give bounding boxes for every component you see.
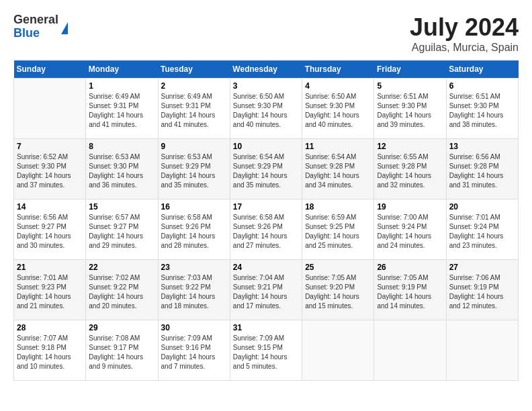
table-row — [374, 320, 446, 381]
col-header-friday: Friday — [374, 60, 446, 79]
day-number: 24 — [233, 263, 299, 272]
table-row: 16Sunrise: 6:58 AMSunset: 9:26 PMDayligh… — [158, 199, 230, 260]
calendar-table: SundayMondayTuesdayWednesdayThursdayFrid… — [13, 60, 519, 381]
day-info: Sunrise: 6:54 AMSunset: 9:29 PMDaylight:… — [233, 152, 299, 190]
col-header-monday: Monday — [86, 60, 158, 79]
day-number: 23 — [161, 263, 227, 272]
day-info: Sunrise: 7:00 AMSunset: 9:24 PMDaylight:… — [377, 213, 443, 250]
col-header-saturday: Saturday — [446, 60, 518, 79]
table-row: 10Sunrise: 6:54 AMSunset: 9:29 PMDayligh… — [230, 139, 302, 199]
table-row: 30Sunrise: 7:09 AMSunset: 9:16 PMDayligh… — [158, 320, 230, 381]
day-number: 3 — [233, 81, 299, 91]
day-number: 21 — [17, 263, 83, 272]
day-info: Sunrise: 6:49 AMSunset: 9:31 PMDaylight:… — [161, 92, 227, 130]
day-headers-row: SundayMondayTuesdayWednesdayThursdayFrid… — [14, 60, 519, 79]
logo-general: General — [13, 13, 58, 27]
table-row: 31Sunrise: 7:09 AMSunset: 9:15 PMDayligh… — [230, 320, 302, 381]
day-number: 9 — [161, 142, 227, 151]
day-number: 20 — [449, 202, 515, 212]
col-header-wednesday: Wednesday — [230, 60, 302, 79]
table-row: 24Sunrise: 7:04 AMSunset: 9:21 PMDayligh… — [230, 260, 302, 320]
table-row — [14, 79, 86, 139]
day-number: 18 — [305, 202, 371, 212]
day-number: 25 — [305, 263, 371, 272]
table-row: 15Sunrise: 6:57 AMSunset: 9:27 PMDayligh… — [86, 199, 158, 260]
day-number: 13 — [449, 142, 515, 151]
day-number: 11 — [305, 142, 371, 151]
day-number: 26 — [377, 263, 443, 272]
table-row: 26Sunrise: 7:05 AMSunset: 9:19 PMDayligh… — [374, 260, 446, 320]
day-info: Sunrise: 6:53 AMSunset: 9:30 PMDaylight:… — [89, 152, 154, 190]
day-info: Sunrise: 7:05 AMSunset: 9:19 PMDaylight:… — [377, 273, 443, 311]
day-number: 29 — [89, 323, 154, 332]
day-info: Sunrise: 7:06 AMSunset: 9:19 PMDaylight:… — [449, 273, 515, 311]
table-row — [302, 320, 374, 381]
day-number: 12 — [377, 142, 443, 151]
logo-text: General Blue — [13, 13, 58, 40]
day-number: 31 — [233, 323, 299, 332]
table-row: 4Sunrise: 6:50 AMSunset: 9:30 PMDaylight… — [302, 79, 374, 139]
day-number: 4 — [305, 81, 371, 91]
table-row — [446, 320, 518, 381]
table-row: 7Sunrise: 6:52 AMSunset: 9:30 PMDaylight… — [14, 139, 86, 199]
day-info: Sunrise: 6:53 AMSunset: 9:29 PMDaylight:… — [161, 152, 227, 190]
day-info: Sunrise: 7:08 AMSunset: 9:17 PMDaylight:… — [89, 334, 154, 371]
day-info: Sunrise: 7:03 AMSunset: 9:22 PMDaylight:… — [161, 273, 227, 311]
day-number: 30 — [161, 323, 227, 332]
logo: General Blue — [13, 13, 68, 40]
week-row-3: 14Sunrise: 6:56 AMSunset: 9:27 PMDayligh… — [14, 199, 519, 260]
day-number: 8 — [89, 142, 154, 151]
day-info: Sunrise: 7:09 AMSunset: 9:16 PMDaylight:… — [161, 334, 227, 371]
table-row: 28Sunrise: 7:07 AMSunset: 9:18 PMDayligh… — [14, 320, 86, 381]
table-row: 12Sunrise: 6:55 AMSunset: 9:28 PMDayligh… — [374, 139, 446, 199]
day-info: Sunrise: 6:58 AMSunset: 9:26 PMDaylight:… — [161, 213, 227, 250]
table-row: 1Sunrise: 6:49 AMSunset: 9:31 PMDaylight… — [86, 79, 158, 139]
week-row-2: 7Sunrise: 6:52 AMSunset: 9:30 PMDaylight… — [14, 139, 519, 199]
logo-triangle-icon — [61, 22, 68, 34]
day-info: Sunrise: 7:04 AMSunset: 9:21 PMDaylight:… — [233, 273, 299, 311]
day-info: Sunrise: 6:50 AMSunset: 9:30 PMDaylight:… — [305, 92, 371, 130]
table-row: 25Sunrise: 7:05 AMSunset: 9:20 PMDayligh… — [302, 260, 374, 320]
day-number: 27 — [449, 263, 515, 272]
day-info: Sunrise: 6:55 AMSunset: 9:28 PMDaylight:… — [377, 152, 443, 190]
table-row: 20Sunrise: 7:01 AMSunset: 9:24 PMDayligh… — [446, 199, 518, 260]
location: Aguilas, Murcia, Spain — [410, 42, 519, 54]
day-info: Sunrise: 6:49 AMSunset: 9:31 PMDaylight:… — [89, 92, 154, 130]
col-header-sunday: Sunday — [14, 60, 86, 79]
day-info: Sunrise: 6:56 AMSunset: 9:28 PMDaylight:… — [449, 152, 515, 190]
day-number: 19 — [377, 202, 443, 212]
table-row: 2Sunrise: 6:49 AMSunset: 9:31 PMDaylight… — [158, 79, 230, 139]
week-row-4: 21Sunrise: 7:01 AMSunset: 9:23 PMDayligh… — [14, 260, 519, 320]
day-info: Sunrise: 6:58 AMSunset: 9:26 PMDaylight:… — [233, 213, 299, 250]
table-row: 9Sunrise: 6:53 AMSunset: 9:29 PMDaylight… — [158, 139, 230, 199]
day-info: Sunrise: 6:51 AMSunset: 9:30 PMDaylight:… — [449, 92, 515, 130]
day-info: Sunrise: 6:57 AMSunset: 9:27 PMDaylight:… — [89, 213, 154, 250]
day-info: Sunrise: 6:56 AMSunset: 9:27 PMDaylight:… — [17, 213, 83, 250]
day-number: 5 — [377, 81, 443, 91]
day-number: 6 — [449, 81, 515, 91]
table-row: 27Sunrise: 7:06 AMSunset: 9:19 PMDayligh… — [446, 260, 518, 320]
table-row: 6Sunrise: 6:51 AMSunset: 9:30 PMDaylight… — [446, 79, 518, 139]
day-info: Sunrise: 6:59 AMSunset: 9:25 PMDaylight:… — [305, 213, 371, 250]
table-row: 22Sunrise: 7:02 AMSunset: 9:22 PMDayligh… — [86, 260, 158, 320]
table-row: 21Sunrise: 7:01 AMSunset: 9:23 PMDayligh… — [14, 260, 86, 320]
day-number: 28 — [17, 323, 83, 332]
logo-blue: Blue — [13, 27, 58, 40]
day-info: Sunrise: 6:50 AMSunset: 9:30 PMDaylight:… — [233, 92, 299, 130]
table-row: 13Sunrise: 6:56 AMSunset: 9:28 PMDayligh… — [446, 139, 518, 199]
day-info: Sunrise: 7:05 AMSunset: 9:20 PMDaylight:… — [305, 273, 371, 311]
day-info: Sunrise: 6:54 AMSunset: 9:28 PMDaylight:… — [305, 152, 371, 190]
day-number: 17 — [233, 202, 299, 212]
month-title: July 2024 — [410, 13, 519, 42]
table-row: 29Sunrise: 7:08 AMSunset: 9:17 PMDayligh… — [86, 320, 158, 381]
week-row-1: 1Sunrise: 6:49 AMSunset: 9:31 PMDaylight… — [14, 79, 519, 139]
day-number: 22 — [89, 263, 154, 272]
table-row: 19Sunrise: 7:00 AMSunset: 9:24 PMDayligh… — [374, 199, 446, 260]
col-header-thursday: Thursday — [302, 60, 374, 79]
day-number: 15 — [89, 202, 154, 212]
table-row: 14Sunrise: 6:56 AMSunset: 9:27 PMDayligh… — [14, 199, 86, 260]
title-section: July 2024 Aguilas, Murcia, Spain — [410, 13, 519, 54]
page-header: General Blue July 2024 Aguilas, Murcia, … — [13, 13, 519, 54]
day-info: Sunrise: 7:01 AMSunset: 9:24 PMDaylight:… — [449, 213, 515, 250]
table-row: 11Sunrise: 6:54 AMSunset: 9:28 PMDayligh… — [302, 139, 374, 199]
